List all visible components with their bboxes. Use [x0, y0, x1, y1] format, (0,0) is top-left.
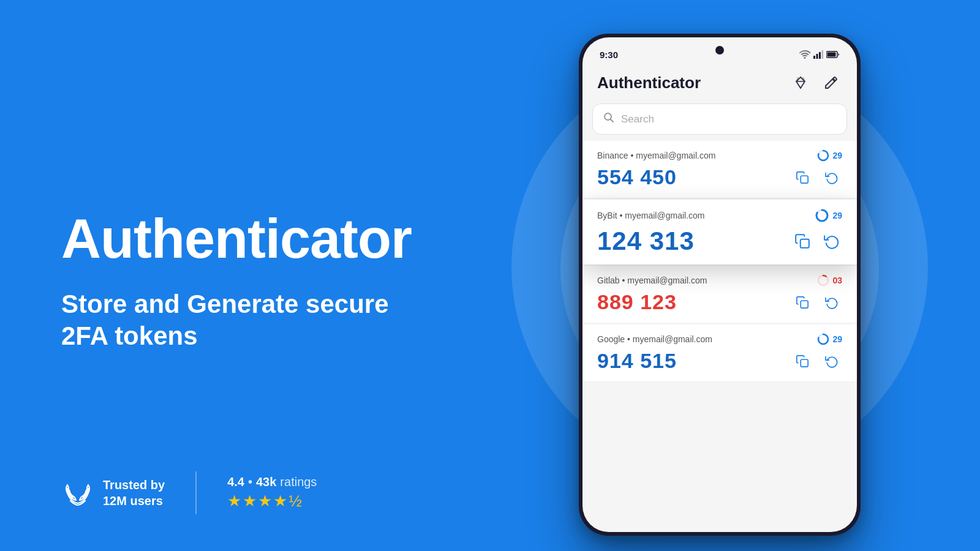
svg-rect-15 — [801, 301, 808, 308]
svg-rect-2 — [819, 52, 821, 59]
diamond-icon — [793, 75, 809, 91]
rating-count: 43k — [256, 475, 276, 489]
code-row-gitlab: 889 123 — [597, 290, 842, 314]
laurel-icon — [61, 476, 94, 509]
token-code-bybit: 124 313 — [597, 227, 783, 256]
wifi-icon — [799, 50, 810, 59]
trust-badge: Trusted by 12M users — [61, 476, 165, 509]
copy-btn-binance[interactable] — [792, 167, 813, 188]
token-header-google: Google • myemail@gmail.com 29 — [597, 333, 842, 345]
token-code-gitlab: 889 123 — [597, 290, 783, 314]
refresh-btn-google[interactable] — [821, 351, 842, 372]
token-name-bybit: ByBit • myemail@gmail.com — [597, 211, 704, 220]
token-header-gitlab: Gitlab • myemail@gmail.com 03 — [597, 274, 842, 287]
code-row-binance: 554 450 — [597, 165, 842, 189]
svg-point-13 — [818, 276, 828, 285]
badge-divider — [195, 471, 197, 514]
premium-icon-btn[interactable] — [790, 72, 812, 94]
token-card-google: Google • myemail@gmail.com 29 914 515 — [582, 324, 857, 382]
rating-score: 4.4 — [227, 475, 244, 489]
search-placeholder: Search — [621, 113, 654, 126]
ring-icon-bybit — [815, 208, 829, 223]
token-header-bybit: ByBit • myemail@gmail.com 29 — [597, 208, 842, 223]
edit-icon — [824, 75, 839, 90]
svg-rect-3 — [822, 50, 824, 59]
token-header-binance: Binance • myemail@gmail.com 29 — [597, 149, 842, 162]
ring-icon-binance — [817, 149, 829, 162]
tokens-list: Binance • myemail@gmail.com 29 554 450 — [582, 141, 857, 382]
search-icon — [603, 111, 615, 127]
token-elevated-wrapper: ByBit • myemail@gmail.com 29 124 313 — [582, 200, 857, 264]
token-card-binance: Binance • myemail@gmail.com 29 554 450 — [582, 141, 857, 198]
token-timer-google: 29 — [817, 333, 842, 345]
battery-icon — [826, 51, 840, 58]
status-time: 9:30 — [600, 50, 618, 60]
right-panel: 9:30 — [459, 0, 980, 551]
app-title: Authenticator — [597, 73, 701, 92]
svg-rect-1 — [816, 54, 818, 59]
svg-rect-12 — [801, 239, 809, 248]
svg-rect-9 — [801, 176, 808, 183]
phone-frame: 9:30 — [579, 34, 861, 536]
left-panel: Authenticator Store and Generate secure … — [0, 0, 459, 551]
copy-btn-gitlab[interactable] — [792, 292, 813, 313]
code-row-bybit: 124 313 — [597, 227, 842, 256]
refresh-btn-bybit[interactable] — [821, 231, 842, 252]
svg-rect-0 — [813, 56, 815, 59]
main-title: Authenticator — [61, 211, 410, 266]
rating-badge: 4.4 • 43k ratings ★★★★½ — [227, 475, 317, 511]
header-icons — [790, 72, 842, 94]
copy-btn-bybit[interactable] — [792, 231, 813, 252]
status-icons — [799, 50, 840, 59]
token-timer-gitlab: 03 — [817, 274, 842, 287]
search-bar[interactable]: Search — [592, 103, 847, 135]
ring-icon-google — [817, 333, 829, 345]
token-name-google: Google • myemail@gmail.com — [597, 334, 712, 344]
svg-rect-18 — [801, 359, 808, 367]
token-name-gitlab: Gitlab • myemail@gmail.com — [597, 276, 707, 285]
token-timer-binance: 29 — [817, 149, 842, 162]
token-code-google: 914 515 — [597, 349, 783, 373]
rating-row: 4.4 • 43k ratings — [227, 475, 317, 489]
edit-icon-btn[interactable] — [820, 72, 842, 94]
copy-btn-google[interactable] — [792, 351, 813, 372]
rating-label: ratings — [280, 475, 317, 489]
subtitle: Store and Generate secure 2FA tokens — [61, 288, 404, 353]
trust-text: Trusted by 12M users — [103, 477, 165, 509]
token-card-gitlab: Gitlab • myemail@gmail.com 03 889 123 — [582, 266, 857, 323]
refresh-btn-binance[interactable] — [821, 167, 842, 188]
token-name-binance: Binance • myemail@gmail.com — [597, 151, 715, 160]
star-rating: ★★★★½ — [227, 492, 303, 511]
token-card-bybit: ByBit • myemail@gmail.com 29 124 313 — [582, 200, 857, 264]
phone-inner: 9:30 — [582, 37, 857, 532]
signal-icon — [813, 50, 823, 59]
token-code-binance: 554 450 — [597, 165, 783, 189]
camera-notch — [715, 46, 724, 54]
app-header: Authenticator — [582, 64, 857, 101]
code-row-google: 914 515 — [597, 349, 842, 373]
bottom-badges: Trusted by 12M users 4.4 • 43k ratings ★… — [61, 471, 317, 514]
token-timer-bybit: 29 — [815, 208, 842, 223]
refresh-btn-gitlab[interactable] — [821, 292, 842, 313]
ring-icon-gitlab — [817, 274, 829, 287]
svg-rect-5 — [827, 53, 836, 57]
